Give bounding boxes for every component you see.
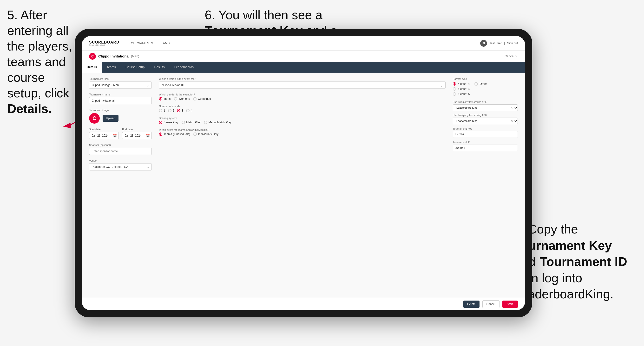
rounds-1-radio[interactable]: [159, 109, 162, 112]
scoring-medal-match-play[interactable]: Medal Match Play: [204, 121, 232, 124]
dates-section: Start date 📅 End date 📅: [89, 128, 152, 139]
tournament-host-label: Tournament Host: [89, 77, 152, 80]
tournament-key-section: Tournament Key b4f5b7: [453, 127, 518, 138]
tablet-shell: SCOREBOARD Powered by clippd TOURNAMENTS…: [75, 29, 532, 317]
scoring-radio-group: Stroke Play Match Play Medal Match Play: [159, 121, 446, 124]
sponsor-input[interactable]: [89, 148, 152, 155]
tournament-title: Clippd Invitational: [98, 54, 130, 58]
rounds-3[interactable]: 3: [177, 109, 183, 112]
tournament-host-select[interactable]: Clippd College - Men: [89, 82, 152, 89]
format-6count5-radio[interactable]: [453, 92, 456, 96]
teams-plus-radio[interactable]: [159, 133, 162, 136]
header-right: SI Test User | Sign out: [480, 40, 518, 47]
start-date-field: Start date 📅: [89, 128, 119, 139]
api1-select[interactable]: Leaderboard King: [453, 104, 518, 111]
format-type-label: Format type: [453, 77, 518, 80]
tournament-id-label: Tournament ID: [453, 141, 518, 144]
end-date-label: End date: [122, 128, 152, 131]
gender-combined-radio[interactable]: [193, 97, 196, 101]
end-date-calendar-icon: 📅: [146, 134, 150, 138]
save-button[interactable]: Save: [502, 301, 518, 308]
start-date-calendar-icon: 📅: [113, 134, 117, 138]
footer-cancel-button[interactable]: Cancel: [482, 300, 500, 308]
logo-main-text: SCOREBOARD: [89, 40, 120, 44]
tournament-logo-c: C: [89, 53, 96, 60]
delete-button[interactable]: Delete: [463, 301, 480, 308]
format-6count5[interactable]: 6 count 5: [453, 92, 470, 96]
teams-section: Is this event for Teams and/or Individua…: [159, 128, 446, 136]
api2-chevron-icon: ⌄: [514, 120, 516, 122]
rounds-1[interactable]: 1: [159, 109, 165, 112]
scoring-match-play[interactable]: Match Play: [182, 121, 200, 124]
scoring-stroke-play[interactable]: Stroke Play: [159, 121, 178, 124]
format-5count4[interactable]: 5 count 4: [453, 82, 470, 86]
gender-womens-radio[interactable]: [174, 97, 177, 101]
rounds-3-radio[interactable]: [177, 109, 180, 112]
api2-clear-icon[interactable]: ✕: [510, 119, 513, 123]
api1-clear-icon[interactable]: ✕: [510, 106, 513, 109]
gender-womens[interactable]: Womens: [174, 97, 190, 101]
gender-radio-group: Mens Womens Combined: [159, 97, 446, 101]
main-content: Tournament Host Clippd College - Men Tou…: [82, 73, 525, 298]
rounds-section: Number of rounds 1 2 3: [159, 105, 446, 112]
start-date-label: Start date: [89, 128, 119, 131]
tab-teams[interactable]: Teams: [102, 62, 121, 73]
rounds-radio-group: 1 2 3 4: [159, 109, 446, 112]
format-type-section: Format type 5 count 4 6 count 4: [453, 77, 518, 97]
division-select[interactable]: NCAA Division III: [159, 82, 446, 89]
rounds-4[interactable]: 4: [186, 109, 192, 112]
tablet-screen: SCOREBOARD Powered by clippd TOURNAMENTS…: [82, 36, 525, 310]
tab-course-setup[interactable]: Course Setup: [121, 62, 150, 73]
logo-area: C Upload: [89, 113, 152, 124]
tab-leaderboards[interactable]: Leaderboards: [170, 62, 198, 73]
sign-out-link[interactable]: Sign out: [507, 42, 518, 45]
tournament-gender: (Men): [131, 54, 139, 58]
venue-label: Venue: [89, 159, 152, 162]
sponsor-label: Sponsor (optional): [89, 144, 152, 147]
rounds-2-radio[interactable]: [168, 109, 172, 112]
tournament-host-section: Tournament Host Clippd College - Men: [89, 77, 152, 89]
tournament-name-input[interactable]: [89, 97, 152, 104]
gender-section: Which gender is the event for? Mens Wome…: [159, 93, 446, 101]
rounds-4-radio[interactable]: [186, 109, 190, 112]
gender-mens[interactable]: Mens: [159, 97, 170, 101]
nav-teams[interactable]: TEAMS: [159, 41, 170, 45]
app-footer: Delete Cancel Save: [82, 298, 525, 310]
venue-select[interactable]: Peachtree GC - Atlanta - GA: [89, 163, 152, 171]
tournament-logo-section: Tournament logo C Upload: [89, 109, 152, 124]
rounds-2[interactable]: 2: [168, 109, 174, 112]
teams-plus-individuals[interactable]: Teams (+Individuals): [159, 133, 190, 136]
format-5count4-radio[interactable]: [453, 82, 456, 86]
format-6count4[interactable]: 6 count 4: [453, 87, 470, 91]
nav-tournaments[interactable]: TOURNAMENTS: [129, 41, 153, 45]
tournament-header: C Clippd Invitational (Men) Cancel ✕: [82, 50, 525, 62]
scoring-stroke-radio[interactable]: [159, 121, 162, 124]
scoreboard-logo: SCOREBOARD Powered by clippd: [89, 40, 120, 46]
tab-details[interactable]: Details: [82, 62, 102, 73]
division-label: Which division is the event for?: [159, 77, 446, 80]
format-other-radio[interactable]: [474, 82, 478, 86]
tournament-name-section: Tournament name: [89, 93, 152, 104]
individuals-only[interactable]: Individuals Only: [194, 133, 218, 136]
tab-results[interactable]: Results: [149, 62, 169, 73]
tournament-name-label: Tournament name: [89, 93, 152, 96]
tournament-logo-label: Tournament logo: [89, 109, 152, 112]
tournament-id-section: Tournament ID 302051: [453, 141, 518, 151]
gender-label: Which gender is the event for?: [159, 93, 446, 96]
user-name: Test User: [490, 42, 502, 45]
upload-button[interactable]: Upload: [102, 115, 118, 122]
individuals-only-radio[interactable]: [194, 133, 197, 136]
end-date-field: End date 📅: [122, 128, 152, 139]
scoring-match-radio[interactable]: [182, 121, 185, 124]
scoring-medal-radio[interactable]: [204, 121, 207, 124]
main-nav: TOURNAMENTS TEAMS: [129, 41, 170, 45]
format-6count4-radio[interactable]: [453, 87, 456, 91]
middle-column: Which division is the event for? NCAA Di…: [159, 77, 446, 293]
cancel-x-button[interactable]: Cancel ✕: [504, 54, 518, 58]
right-column: Format type 5 count 4 6 count 4: [453, 77, 518, 293]
format-other[interactable]: Other: [474, 82, 487, 86]
gender-mens-radio[interactable]: [159, 97, 162, 101]
gender-combined[interactable]: Combined: [193, 97, 211, 101]
api2-select[interactable]: Leaderboard King: [453, 118, 518, 124]
api2-section: Use third-party live scoring API? Leader…: [453, 114, 518, 124]
